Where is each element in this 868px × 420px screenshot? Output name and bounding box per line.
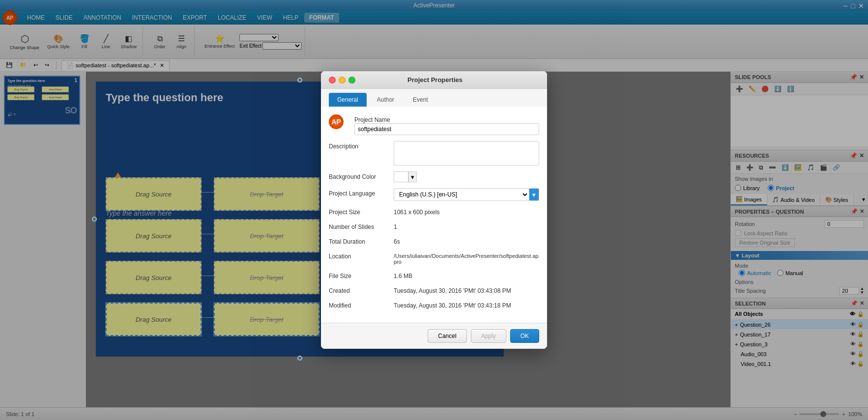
tab-author[interactable]: Author [369,93,403,107]
location-row: Location /Users/iuliaivan/Documents/Acti… [329,251,539,265]
file-size-value: 1.6 MB [394,271,539,280]
color-dropdown-btn[interactable]: ▾ [408,171,417,182]
location-label: Location [329,251,388,260]
project-size-value: 1061 x 600 pixels [394,207,539,216]
duration-row: Total Duration 6s [329,236,539,245]
tab-event[interactable]: Event [405,93,436,107]
project-name-label: Project Name [354,114,413,123]
language-label: Project Language [329,188,388,197]
project-size-label: Project Size [329,207,388,216]
modified-value: Tuesday, August 30, 2016 'PMt' 03:43:18 … [394,300,539,309]
description-input[interactable] [394,141,539,166]
project-name-row: AP Project Name [329,114,539,135]
num-slides-label: Number of Slides [329,222,388,230]
dialog-controls [329,77,355,84]
modified-row: Modified Tuesday, August 30, 2016 'PMt' … [329,300,539,309]
duration-value: 6s [394,236,539,245]
apply-btn[interactable]: Apply [471,329,506,343]
project-name-input[interactable] [354,123,539,135]
duration-label: Total Duration [329,236,388,245]
dialog-title: Project Properties [407,76,463,84]
language-expand-btn[interactable]: ▾ [529,188,539,201]
dialog-body: AP Project Name Description Background C… [321,107,547,323]
dialog-titlebar: Project Properties [321,71,547,89]
dialog-max-btn[interactable] [348,77,355,84]
language-select[interactable]: English (U.S.) [en-US] [394,188,529,201]
modified-label: Modified [329,300,388,309]
description-label: Description [329,141,388,150]
ap-dialog-logo: AP [329,114,344,129]
created-label: Created [329,285,388,294]
created-value: Tuesday, August 30, 2016 'PMt' 03:43:08 … [394,285,539,294]
cancel-btn[interactable]: Cancel [428,329,466,343]
project-size-row: Project Size 1061 x 600 pixels [329,207,539,216]
file-size-label: File Size [329,271,388,280]
ok-btn[interactable]: OK [510,329,539,343]
tab-general[interactable]: General [329,93,367,107]
bg-color-swatch[interactable] [394,171,408,182]
dialog-tabs: General Author Event [321,89,547,107]
language-row: Project Language English (U.S.) [en-US] … [329,188,539,201]
bg-color-row: Background Color ▾ [329,171,539,182]
location-value: /Users/iuliaivan/Documents/ActivePresent… [394,251,539,265]
dialog-close-btn[interactable] [329,77,336,84]
modal-overlay[interactable]: Project Properties General Author Event … [0,0,868,420]
created-row: Created Tuesday, August 30, 2016 'PMt' 0… [329,285,539,294]
dialog-footer: Cancel Apply OK [321,323,547,349]
bg-color-label: Background Color [329,171,388,180]
project-properties-dialog: Project Properties General Author Event … [321,71,547,349]
file-size-row: File Size 1.6 MB [329,271,539,280]
num-slides-value: 1 [394,222,539,230]
num-slides-row: Number of Slides 1 [329,222,539,230]
description-row: Description [329,141,539,166]
dialog-min-btn[interactable] [339,77,346,84]
